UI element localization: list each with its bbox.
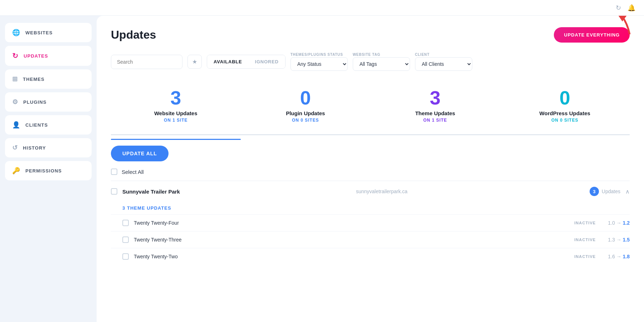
themes-plugins-label: THEMES/PLUGINS STATUS [291, 53, 348, 57]
update-everything-button[interactable]: UPDATE EVERYTHING [554, 27, 630, 43]
page-title: Updates [111, 28, 156, 42]
key-icon: 🔑 [12, 167, 20, 175]
updates-badge: 3 Updates [590, 187, 620, 196]
select-all-checkbox[interactable] [111, 169, 117, 175]
stats-row: 3 Website Updates ON 1 SITE 0 Plugin Upd… [111, 82, 630, 135]
arrow-1: → [616, 237, 621, 243]
bell-icon[interactable]: 🔔 [628, 4, 635, 12]
site-row: Sunnyvale Trailer Park sunnyvaletrailerp… [111, 181, 630, 202]
sidebar-item-websites[interactable]: 🌐 Websites [5, 23, 92, 42]
refresh-icon[interactable]: ↻ [616, 4, 621, 12]
client-select[interactable]: All Clients [415, 57, 472, 71]
plugin-checkbox-0[interactable] [122, 220, 129, 226]
refresh-icon: ↻ [12, 52, 19, 60]
chevron-up-icon[interactable]: ∧ [625, 188, 630, 195]
sidebar-item-label: Themes [23, 77, 44, 82]
version-to-1: 1.5 [623, 237, 630, 243]
stat-label-plugin: Plugin Updates [286, 110, 325, 116]
select-all-label: Select All [122, 169, 144, 175]
sidebar-item-label: Updates [24, 53, 48, 59]
themes-icon: ⊞ [12, 75, 18, 83]
tab-underline-theme [370, 139, 500, 140]
stat-plugin-updates[interactable]: 0 Plugin Updates ON 0 SITES [241, 82, 371, 128]
sidebar-item-label: Clients [25, 122, 48, 128]
stat-sub-wp: ON 0 SITES [551, 118, 579, 123]
website-tag-filter: WEBSITE TAG All Tags [353, 53, 410, 71]
client-filter: CLIENT All Clients [415, 53, 472, 71]
version-from-1: 1.3 [608, 237, 615, 243]
main-content: Updates UPDATE EVERYTHING [97, 16, 644, 322]
stat-theme-updates[interactable]: 3 Theme Updates ON 1 SITE [370, 82, 500, 128]
site-checkbox[interactable] [111, 188, 117, 195]
filters-row: ★ AVAILABLE IGNORED THEMES/PLUGINS STATU… [111, 53, 630, 71]
plugin-status-2: INACTIVE [574, 254, 596, 259]
sidebar-item-plugins[interactable]: ⚙ Plugins [5, 92, 92, 112]
stat-label-theme: Theme Updates [415, 110, 455, 116]
stat-website-updates[interactable]: 3 Website Updates ON 1 SITE [111, 82, 241, 128]
plugin-name-0: Twenty Twenty-Four [134, 220, 569, 226]
status-tabs: AVAILABLE IGNORED [207, 55, 286, 69]
stat-label-wp: WordPress Updates [540, 110, 590, 116]
stat-sub-theme: ON 1 SITE [423, 118, 447, 123]
status-select[interactable]: Any Status [291, 57, 348, 71]
stat-wordpress-updates[interactable]: 0 WordPress Updates ON 0 SITES [500, 82, 630, 128]
tab-ignored[interactable]: IGNORED [248, 55, 285, 68]
sidebar-item-history[interactable]: ↺ History [5, 138, 92, 157]
stat-number-website: 3 [170, 88, 181, 107]
plugin-checkbox-1[interactable] [122, 236, 129, 243]
sidebar-item-label: History [23, 145, 46, 151]
plugin-version-1: 1.3 → 1.5 [608, 237, 630, 243]
updates-badge-label: Updates [602, 189, 620, 194]
tab-underline-plugin [241, 139, 371, 140]
stat-number-theme: 3 [430, 88, 440, 107]
tab-available[interactable]: AVAILABLE [207, 55, 248, 68]
stat-number-plugin: 0 [300, 88, 311, 107]
updates-count-badge: 3 [590, 187, 599, 196]
sidebar-item-themes[interactable]: ⊞ Themes [5, 69, 92, 89]
version-from-2: 1.6 [608, 254, 615, 259]
theme-updates-header: 3 THEME UPDATES [111, 202, 630, 214]
favorite-button[interactable]: ★ [187, 55, 202, 69]
person-icon: 👤 [12, 121, 20, 129]
tab-underlines [111, 139, 630, 140]
arrow-2: → [616, 254, 621, 259]
plugin-version-2: 1.6 → 1.8 [608, 254, 630, 259]
sidebar-item-label: Websites [25, 30, 53, 35]
plugin-status-1: INACTIVE [574, 238, 596, 242]
plugin-version-0: 1.0 → 1.2 [608, 220, 630, 226]
site-name: Sunnyvale Trailer Park [122, 189, 351, 195]
sidebar-item-updates[interactable]: ↻ Updates [5, 46, 92, 66]
search-input[interactable] [111, 55, 182, 69]
page-header: Updates UPDATE EVERYTHING [111, 27, 630, 43]
sidebar-item-permissions[interactable]: 🔑 Permissions [5, 161, 92, 180]
sidebar: 🌐 Websites ↻ Updates ⊞ Themes ⚙ Plugins … [0, 16, 97, 322]
website-tag-label: WEBSITE TAG [353, 53, 410, 57]
version-from-0: 1.0 [608, 220, 615, 226]
client-label: CLIENT [415, 53, 472, 57]
stat-number-wp: 0 [560, 88, 570, 107]
globe-icon: 🌐 [12, 29, 20, 36]
stat-sub-website: ON 1 SITE [164, 118, 188, 123]
main-layout: 🌐 Websites ↻ Updates ⊞ Themes ⚙ Plugins … [0, 16, 644, 322]
version-to-0: 1.2 [623, 220, 630, 226]
update-all-wrapper: UPDATE ALL [111, 146, 630, 169]
site-url: sunnyvaletrailerpark.ca [356, 189, 585, 194]
themes-plugins-filter: THEMES/PLUGINS STATUS Any Status [291, 53, 348, 71]
select-all-row: Select All [111, 169, 630, 175]
topbar: ↻ 🔔 [0, 0, 644, 16]
sidebar-item-label: Plugins [23, 99, 47, 105]
update-all-button[interactable]: UPDATE ALL [111, 146, 169, 161]
plugin-status-0: INACTIVE [574, 221, 596, 225]
stat-sub-plugin: ON 0 SITES [292, 118, 319, 123]
plugin-checkbox-2[interactable] [122, 253, 129, 260]
sidebar-item-clients[interactable]: 👤 Clients [5, 115, 92, 135]
plugin-name-1: Twenty Twenty-Three [134, 237, 569, 243]
arrow-0: → [616, 220, 621, 226]
sidebar-item-label: Permissions [25, 168, 62, 174]
gear-icon: ⚙ [12, 98, 18, 106]
plugin-name-2: Twenty Twenty-Two [134, 254, 569, 259]
version-to-2: 1.8 [623, 254, 630, 259]
tab-underline-website [111, 139, 241, 140]
tag-select[interactable]: All Tags [353, 57, 410, 71]
plugin-row-0: Twenty Twenty-Four INACTIVE 1.0 → 1.2 [111, 214, 630, 231]
